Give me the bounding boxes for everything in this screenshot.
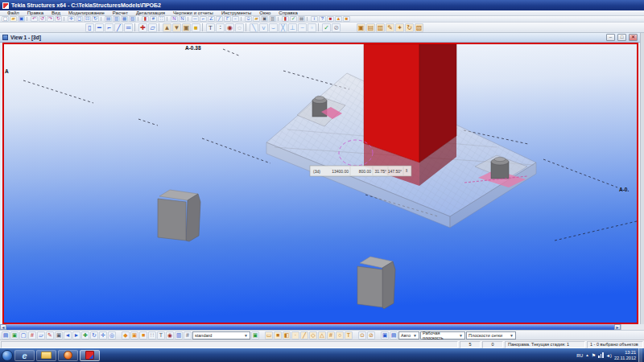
snapshot-icon[interactable]: ▣ [55, 331, 63, 339]
publish-icon[interactable]: ▲ [335, 16, 342, 22]
tool-f-icon[interactable]: ↻ [405, 23, 414, 32]
line-tool-icon[interactable]: ─ [192, 16, 199, 22]
menu-item-детализация[interactable]: Детализация [132, 10, 169, 16]
select-grids-icon[interactable]: # [184, 331, 192, 339]
menu-item-расчет[interactable]: Расчет [109, 10, 132, 16]
snap-cross-icon[interactable]: ╳ [279, 23, 287, 32]
tools-extra-icon[interactable]: ■ [343, 16, 350, 22]
tool-g-icon[interactable]: ▧ [415, 23, 423, 32]
user-icon[interactable]: ☺ [245, 16, 252, 22]
switch-surfaces-icon[interactable]: ◧ [283, 331, 291, 339]
undo-history-icon[interactable]: ↺ [39, 16, 46, 22]
snap-mode-b-icon[interactable]: ⊘ [367, 331, 375, 339]
undo-icon[interactable]: ↶ [31, 16, 38, 22]
open-folder-icon[interactable]: ▰ [253, 16, 260, 22]
screenshot-icon[interactable]: ▣ [261, 16, 268, 22]
rotate-view-icon[interactable]: ↻ [92, 16, 99, 22]
redlines-icon[interactable]: ✎ [46, 331, 54, 339]
save-icon[interactable]: ▣ [18, 16, 25, 22]
diagonal-tool-icon[interactable]: ╱ [216, 16, 223, 22]
viewport-background[interactable] [4, 44, 637, 323]
selection-filter-combobox[interactable]: standard ▼ [192, 331, 250, 339]
create-beam-icon[interactable]: ━ [95, 23, 104, 32]
create-weld-icon[interactable]: ◉ [225, 23, 234, 32]
display-icon[interactable]: ▥ [269, 16, 276, 22]
grid-icon[interactable]: # [150, 16, 157, 22]
view-top-icon[interactable]: ▥ [113, 16, 120, 22]
detail-c-icon[interactable]: ▣ [182, 23, 191, 32]
create-block-icon[interactable]: ■ [192, 23, 200, 32]
create-polybeam-icon[interactable]: ⌐ [105, 23, 114, 32]
create-item-icon[interactable]: ✚ [138, 23, 147, 32]
open-icon[interactable]: ▰ [10, 16, 17, 22]
arc-tool-icon[interactable]: ⌣ [232, 16, 239, 22]
view-minimize-button[interactable]: – [606, 34, 615, 41]
tool-d-icon[interactable]: ✎ [386, 23, 394, 32]
zoom-window-icon[interactable]: ◻ [76, 16, 83, 22]
menu-item-файл[interactable]: Файл [3, 10, 23, 16]
switch-welds-icon[interactable]: ○ [336, 331, 344, 339]
info-icon[interactable]: i [311, 16, 318, 22]
red-column[interactable] [364, 44, 456, 162]
switch-all-icon[interactable]: ▭ [265, 331, 273, 339]
clash-check-icon[interactable]: ■ [327, 16, 334, 22]
switch-parts-icon[interactable]: ■ [274, 331, 282, 339]
menu-item-вид[interactable]: Вид [47, 10, 64, 16]
points-icon[interactable]: ∷ [158, 16, 165, 22]
model-viewport[interactable]: (3d) 13400.00 800.00 31.75° 147.50° x̂ A… [2, 43, 638, 324]
tekla-structures-taskbar-icon[interactable] [80, 350, 100, 361]
select-points-icon[interactable]: ∷ [148, 331, 156, 339]
create-orth-beam-icon[interactable]: ═ [124, 23, 133, 32]
bolt-array-icon[interactable]: ∶ [216, 23, 225, 32]
grid-toggle-icon[interactable]: # [28, 331, 36, 339]
catalog-icon[interactable]: ▮ [282, 16, 289, 22]
detail-a-icon[interactable]: ▲ [163, 23, 171, 32]
select-assemblies-icon[interactable]: ▣ [130, 331, 138, 339]
snap-tangent-icon[interactable]: ~ [298, 23, 307, 32]
pick-b-icon[interactable]: ▤ [390, 331, 398, 339]
language-indicator[interactable]: RU [576, 353, 583, 358]
help-icon[interactable]: ? [319, 16, 326, 22]
select-views-icon[interactable]: ▥ [175, 331, 183, 339]
rotate-mode-icon[interactable]: ↻ [90, 331, 98, 339]
tool-b-icon[interactable]: ▤ [366, 23, 375, 32]
view-front-icon[interactable]: ▤ [105, 16, 112, 22]
redo-history-icon[interactable]: ↻ [55, 16, 62, 22]
views-list-icon[interactable]: ▤ [2, 331, 10, 339]
view-prev-icon[interactable]: ◄ [64, 331, 72, 339]
start-button[interactable] [2, 350, 13, 361]
switch-grids-icon[interactable]: # [327, 331, 335, 339]
media-player-taskbar-icon[interactable] [58, 350, 78, 361]
weld-poly-icon[interactable]: ◌ [235, 23, 244, 32]
snap-perp-icon[interactable]: ⊥ [288, 23, 297, 32]
switch-lines-icon[interactable]: ╱ [300, 331, 308, 339]
view-next-icon[interactable]: ► [72, 331, 80, 339]
menu-item-окно[interactable]: Окно [255, 10, 275, 16]
workplane-icon[interactable]: ▱ [37, 331, 45, 339]
create-column-icon[interactable]: ▯ [85, 23, 94, 32]
view-render-icon[interactable]: ▣ [10, 331, 19, 339]
component-n2-icon[interactable]: N [179, 16, 186, 22]
create-plate-icon[interactable]: ▱ [148, 23, 157, 32]
view-window-titlebar[interactable]: View 1 - [3d] – □ ✕ [0, 33, 640, 43]
tile-windows-icon[interactable]: ▧ [129, 16, 136, 22]
zoom-out-icon[interactable]: ⊡ [84, 16, 91, 22]
snap-none-icon[interactable]: ⊘ [332, 23, 341, 32]
hidden-icons-arrow-icon[interactable]: ▲ [585, 353, 588, 358]
select-objects-icon[interactable]: ■ [139, 331, 147, 339]
snap-end-icon[interactable]: v [259, 23, 268, 32]
detail-b-icon[interactable]: ▼ [172, 23, 181, 32]
menu-item-правка[interactable]: Правка [23, 10, 47, 16]
snap-depth-combobox[interactable]: Авто ▼ [398, 331, 419, 339]
angle-tool-icon[interactable]: ∠ [208, 16, 215, 22]
tray-clock[interactable]: 13:21 22.11.2012 [614, 350, 636, 360]
action-center-flag-icon[interactable]: ⚑ [592, 353, 596, 358]
select-components-icon[interactable]: ◆ [122, 331, 130, 339]
component-n1-icon[interactable]: N [171, 16, 178, 22]
view-wire-icon[interactable]: ▢ [19, 331, 27, 339]
create-report-icon[interactable]: ▤ [298, 16, 305, 22]
switch-aux-icon[interactable]: △ [318, 331, 326, 339]
zoom-mode-icon[interactable]: ◎ [108, 331, 116, 339]
new-icon[interactable]: ▢ [2, 16, 9, 22]
switch-points-icon[interactable]: · [291, 331, 299, 339]
